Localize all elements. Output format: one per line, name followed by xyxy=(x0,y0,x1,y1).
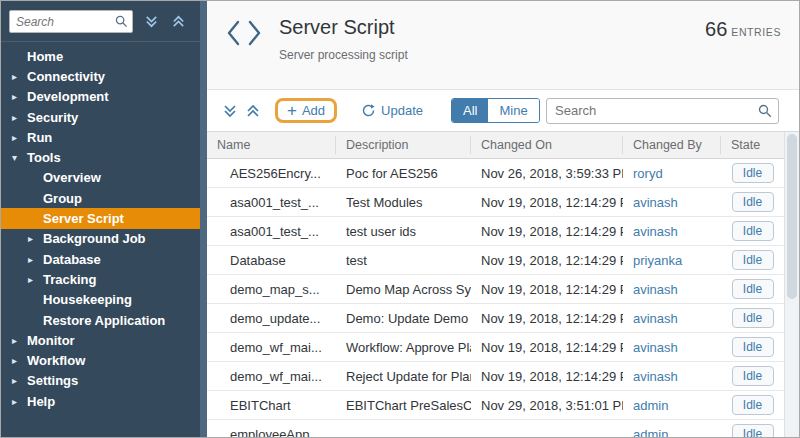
sidebar-item[interactable]: ▸ Development xyxy=(1,87,200,107)
scrollbar-thumb[interactable] xyxy=(787,134,797,299)
table-row[interactable]: demo_map_s... Demo Map Across Sys... Nov… xyxy=(207,275,784,304)
column-header-state[interactable]: State xyxy=(721,136,784,154)
tree-arrow-icon: ▾ xyxy=(12,152,27,163)
table-zone: Name Description Changed On Changed By S… xyxy=(207,132,799,437)
table-row[interactable]: Database test Nov 19, 2018, 12:14:29 PM … xyxy=(207,246,784,275)
changed-by-link[interactable]: avinash xyxy=(633,369,678,384)
status-badge[interactable]: Idle xyxy=(732,395,774,415)
add-button-highlight: + Add xyxy=(275,98,337,123)
changed-by-link[interactable]: admin xyxy=(633,398,668,413)
expand-all-icon[interactable] xyxy=(170,13,187,30)
table-row[interactable]: AES256Encry... Poc for AES256 Nov 26, 20… xyxy=(207,159,784,188)
tree-arrow-icon: ▸ xyxy=(28,274,43,285)
main-content: Server Script Server processing script 6… xyxy=(207,1,799,437)
cell-changed-on: Nov 29, 2018, 3:51:01 PM xyxy=(471,398,623,413)
filter-all-button[interactable]: All xyxy=(452,99,488,122)
cell-name: EBITChart xyxy=(207,398,336,413)
cell-state: Idle xyxy=(721,366,784,386)
table-search-input[interactable] xyxy=(555,103,758,118)
table-row[interactable]: employeeApp... admin Idle xyxy=(207,420,784,437)
changed-by-link[interactable]: priyanka xyxy=(633,253,682,268)
add-button[interactable]: + Add xyxy=(287,103,325,118)
sidebar-item-label: Background Job xyxy=(43,231,146,246)
expand-groups-icon[interactable] xyxy=(244,102,262,120)
sidebar-item[interactable]: Restore Application xyxy=(1,310,200,330)
sidebar: Home ▸ Connectivity ▸ Development ▸ xyxy=(1,1,207,437)
sidebar-item[interactable]: ▸ Monitor xyxy=(1,330,200,350)
sidebar-search-input[interactable] xyxy=(16,15,115,29)
status-badge[interactable]: Idle xyxy=(732,163,774,183)
sidebar-item[interactable]: ▾ Tools xyxy=(1,147,200,167)
sidebar-search[interactable] xyxy=(9,10,133,33)
table-row[interactable]: demo_wf_mai... Workflow: Approve Pla... … xyxy=(207,333,784,362)
sidebar-item-label: Restore Application xyxy=(43,313,165,328)
table-row[interactable]: asa001_test_... Test Modules Nov 19, 201… xyxy=(207,188,784,217)
sidebar-item[interactable]: ▸ Database xyxy=(1,249,200,269)
status-badge[interactable]: Idle xyxy=(732,424,774,437)
search-icon[interactable] xyxy=(115,15,128,28)
table-row[interactable]: demo_update... Demo: Update Demo ... Nov… xyxy=(207,304,784,333)
status-badge[interactable]: Idle xyxy=(732,192,774,212)
status-badge[interactable]: Idle xyxy=(732,337,774,357)
update-button[interactable]: Update xyxy=(361,103,423,118)
page-subtitle: Server processing script xyxy=(279,48,408,62)
cell-description: EBITChart PreSalesCh... xyxy=(336,398,471,413)
sidebar-item[interactable]: ▸ Settings xyxy=(1,371,200,391)
sidebar-item[interactable]: ▸ Help xyxy=(1,391,200,411)
table-search[interactable] xyxy=(546,98,779,124)
tree-arrow-icon: ▸ xyxy=(12,91,27,102)
table-row[interactable]: asa001_test_... test user ids Nov 19, 20… xyxy=(207,217,784,246)
sidebar-item[interactable]: Group xyxy=(1,188,200,208)
collapse-groups-icon[interactable] xyxy=(221,102,239,120)
sidebar-item[interactable]: ▸ Run xyxy=(1,127,200,147)
status-badge[interactable]: Idle xyxy=(732,221,774,241)
sidebar-scrollbar[interactable] xyxy=(200,1,207,437)
sidebar-item[interactable]: ▸ Background Job xyxy=(1,229,200,249)
sidebar-item[interactable]: ▸ Security xyxy=(1,107,200,127)
collapse-all-icon[interactable] xyxy=(143,13,160,30)
sidebar-item-label: Help xyxy=(27,394,55,409)
changed-by-link[interactable]: avinash xyxy=(633,195,678,210)
changed-by-link[interactable]: avinash xyxy=(633,311,678,326)
sidebar-item[interactable]: Overview xyxy=(1,168,200,188)
search-icon[interactable] xyxy=(758,104,772,118)
sidebar-item[interactable]: Home xyxy=(1,46,200,66)
sidebar-item[interactable]: ▸ Connectivity xyxy=(1,66,200,86)
sidebar-item[interactable]: Server Script xyxy=(1,208,200,228)
column-header-name[interactable]: Name xyxy=(207,136,336,154)
sidebar-item-label: Development xyxy=(27,89,109,104)
sidebar-item[interactable]: ▸ Workflow xyxy=(1,350,200,370)
cell-description: Poc for AES256 xyxy=(336,166,471,181)
table-header-row: Name Description Changed On Changed By S… xyxy=(207,132,784,159)
page-header: Server Script Server processing script 6… xyxy=(207,1,799,90)
changed-by-link[interactable]: avinash xyxy=(633,340,678,355)
column-header-changed-by[interactable]: Changed By xyxy=(623,136,721,154)
cell-description: Workflow: Approve Pla... xyxy=(336,340,471,355)
table-row[interactable]: demo_wf_mai... Reject Update for Plan...… xyxy=(207,362,784,391)
status-badge[interactable]: Idle xyxy=(732,366,774,386)
table-body: AES256Encry... Poc for AES256 Nov 26, 20… xyxy=(207,159,784,437)
sidebar-item-label: Settings xyxy=(27,373,78,388)
status-badge[interactable]: Idle xyxy=(732,308,774,328)
sidebar-item[interactable]: Housekeeping xyxy=(1,290,200,310)
column-header-changed-on[interactable]: Changed On xyxy=(471,136,623,154)
changed-by-link[interactable]: admin xyxy=(633,427,668,438)
cell-name: employeeApp... xyxy=(207,427,336,438)
cell-description: Reject Update for Plan... xyxy=(336,369,471,384)
sidebar-item-label: Server Script xyxy=(43,211,124,226)
sidebar-item[interactable]: ▸ Tracking xyxy=(1,269,200,289)
sidebar-item-label: Run xyxy=(27,130,52,145)
status-badge[interactable]: Idle xyxy=(732,279,774,299)
column-header-description[interactable]: Description xyxy=(336,136,471,154)
table-row[interactable]: EBITChart EBITChart PreSalesCh... Nov 29… xyxy=(207,391,784,420)
tree-arrow-icon: ▸ xyxy=(12,112,27,123)
filter-mine-button[interactable]: Mine xyxy=(488,99,538,122)
entries-label: ENTRIES xyxy=(731,26,781,38)
changed-by-link[interactable]: avinash xyxy=(633,224,678,239)
cell-state: Idle xyxy=(721,192,784,212)
vertical-scrollbar[interactable] xyxy=(784,132,799,437)
changed-by-link[interactable]: roryd xyxy=(633,166,663,181)
cell-changed-by: avinash xyxy=(623,282,721,297)
changed-by-link[interactable]: avinash xyxy=(633,282,678,297)
status-badge[interactable]: Idle xyxy=(732,250,774,270)
